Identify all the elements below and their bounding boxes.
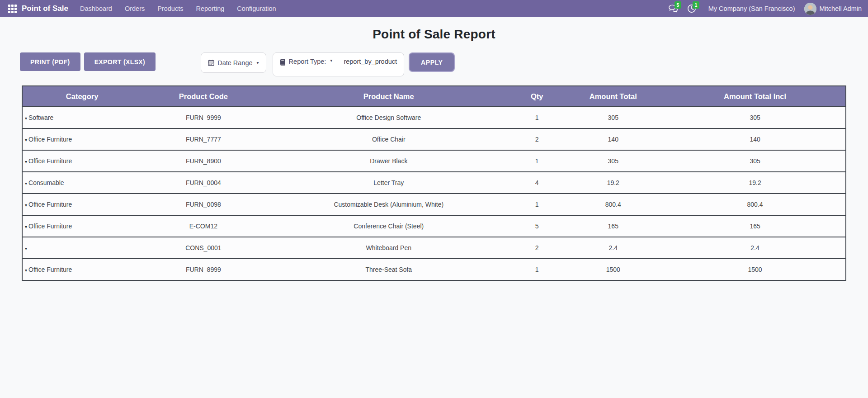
cell-amount-total-incl: 305 [665,150,846,172]
category-expand-icon[interactable]: ▾ [25,181,27,186]
activities-button[interactable]: 1 [684,0,699,17]
column-header-amount-total-incl: Amount Total Incl [665,86,846,107]
cell-product-name: Drawer Black [265,150,512,172]
cell-qty: 2 [512,128,561,150]
table-row: ▾Consumable FURN_0004 Letter Tray 4 19.2… [22,172,846,194]
cell-product-name: Office Chair [265,128,512,150]
cell-amount-total-incl: 140 [665,128,846,150]
report-toolbar: PRINT (PDF) EXPORT (XLSX) Date Range ▾ [20,52,848,77]
table-row: ▾Office Furniture E-COM12 Conference Cha… [22,215,846,237]
report-type-value: report_by_product [344,58,397,65]
apps-menu-button[interactable] [5,0,20,17]
cell-qty: 2 [512,237,561,259]
nav-item-reporting[interactable]: Reporting [189,0,231,17]
apply-button[interactable]: APPLY [409,52,455,72]
category-label: Office Furniture [28,157,72,165]
messages-badge: 5 [675,1,681,9]
print-pdf-button[interactable]: PRINT (PDF) [20,52,80,71]
cell-amount-total-incl: 800.4 [665,194,846,215]
cell-qty: 1 [512,150,561,172]
cell-category: ▾Consumable [22,172,142,194]
category-expand-icon[interactable]: ▾ [25,137,27,142]
apps-grid-icon [8,5,17,13]
nav-item-orders[interactable]: Orders [118,0,151,17]
category-label: Consumable [28,179,64,186]
cell-product-name: Customizable Desk (Aluminium, White) [265,194,512,215]
cell-qty: 5 [512,215,561,237]
cell-category: ▾Office Furniture [22,215,142,237]
date-range-dropdown[interactable]: Date Range ▾ [201,52,266,73]
cell-category: ▾Office Furniture [22,194,142,215]
cell-amount-total: 2.4 [561,237,665,259]
messages-button[interactable]: 5 [666,0,681,17]
systray: 5 1 My Company (San Francisco) Mitchell … [666,0,863,17]
cell-amount-total: 19.2 [561,172,665,194]
cell-category: ▾Software [22,107,142,128]
table-row: ▾Office Furniture FURN_7777 Office Chair… [22,128,846,150]
cell-qty: 1 [512,259,561,280]
category-expand-icon[interactable]: ▾ [25,203,27,208]
cell-amount-total-incl: 1500 [665,259,846,280]
category-label: Office Furniture [28,136,72,143]
category-label: Office Furniture [28,201,72,208]
report-table: CategoryProduct CodeProduct NameQtyAmoun… [22,85,846,281]
app-brand-title[interactable]: Point of Sale [20,4,74,13]
category-expand-icon[interactable]: ▾ [25,246,27,251]
column-header-product-name: Product Name [265,86,512,107]
cell-product-code: FURN_0098 [142,194,265,215]
page-title: Point of Sale Report [0,27,868,42]
column-header-product-code: Product Code [142,86,265,107]
cell-qty: 4 [512,172,561,194]
cell-product-name: Office Design Software [265,107,512,128]
table-row: ▾Office Furniture FURN_8900 Drawer Black… [22,150,846,172]
calendar-icon [208,59,214,66]
category-label: Software [28,114,53,121]
cell-category: ▾ [22,237,142,259]
date-range-label: Date Range [217,59,252,66]
category-expand-icon[interactable]: ▾ [25,159,27,164]
user-menu[interactable]: Mitchell Admin [804,3,863,15]
user-avatar [804,3,816,15]
category-expand-icon[interactable]: ▾ [25,268,27,273]
cell-qty: 1 [512,107,561,128]
cell-amount-total-incl: 305 [665,107,846,128]
cell-product-code: FURN_8999 [142,259,265,280]
column-header-qty: Qty [512,86,561,107]
cell-product-code: FURN_0004 [142,172,265,194]
top-navbar: Point of Sale DashboardOrdersProductsRep… [0,0,868,17]
cell-amount-total-incl: 2.4 [665,237,846,259]
cell-amount-total: 305 [561,107,665,128]
category-label: Office Furniture [28,223,72,230]
cell-product-name: Letter Tray [265,172,512,194]
cell-amount-total-incl: 19.2 [665,172,846,194]
company-switcher[interactable]: My Company (San Francisco) [702,5,802,12]
cell-category: ▾Office Furniture [22,150,142,172]
book-icon [280,59,286,66]
cell-amount-total: 1500 [561,259,665,280]
report-filters: Date Range ▾ Report Type: ▾ report_by_pr… [201,52,455,76]
cell-product-code: FURN_8900 [142,150,265,172]
cell-qty: 1 [512,194,561,215]
column-header-amount-total: Amount Total [561,86,665,107]
cell-amount-total: 305 [561,150,665,172]
activities-badge: 1 [693,1,699,9]
cell-product-code: E-COM12 [142,215,265,237]
export-xlsx-button[interactable]: EXPORT (XLSX) [84,52,156,71]
column-header-category: Category [22,86,142,107]
table-row: ▾Software FURN_9999 Office Design Softwa… [22,107,846,128]
category-expand-icon[interactable]: ▾ [25,224,27,229]
table-row: ▾Office Furniture FURN_8999 Three-Seat S… [22,259,846,280]
nav-item-configuration[interactable]: Configuration [231,0,282,17]
table-row: ▾ CONS_0001 Whiteboard Pen 2 2.4 2.4 [22,237,846,259]
user-name: Mitchell Admin [820,5,862,12]
nav-item-products[interactable]: Products [151,0,189,17]
table-row: ▾Office Furniture FURN_0098 Customizable… [22,194,846,215]
cell-category: ▾Office Furniture [22,259,142,280]
cell-amount-total: 165 [561,215,665,237]
nav-item-dashboard[interactable]: Dashboard [74,0,118,17]
category-label: Office Furniture [28,266,72,273]
chevron-down-icon: ▾ [257,60,259,65]
category-expand-icon[interactable]: ▾ [25,116,27,121]
report-type-dropdown[interactable]: Report Type: ▾ report_by_product [273,52,404,76]
cell-product-code: FURN_7777 [142,128,265,150]
